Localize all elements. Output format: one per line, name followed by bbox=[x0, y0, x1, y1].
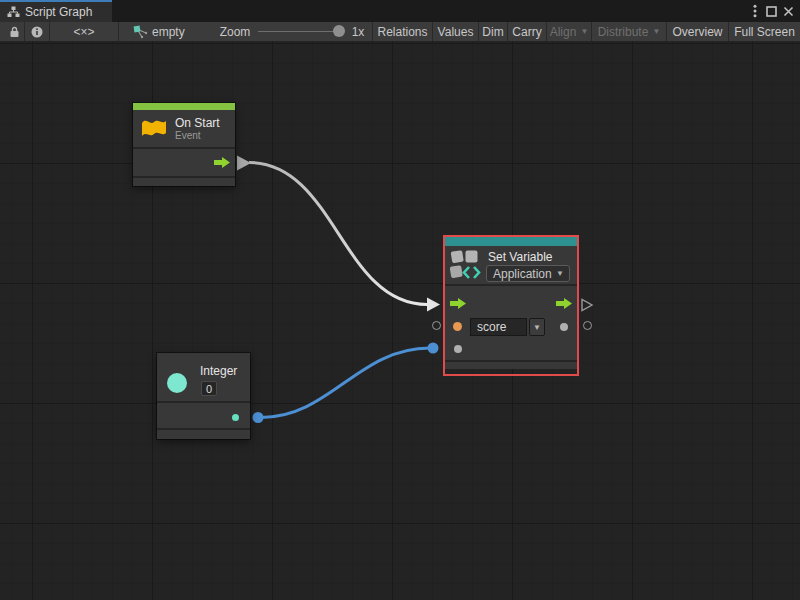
value-wire-start-dot bbox=[253, 412, 264, 423]
toolbar-button-relations[interactable]: Relations bbox=[372, 22, 432, 41]
zoom-slider-track[interactable] bbox=[258, 31, 342, 32]
node-set-variable[interactable]: Set Variable Application ▼ score ▼ bbox=[445, 237, 577, 369]
chevron-down-icon: ▼ bbox=[556, 269, 564, 278]
toolbar-button-label: Full Screen bbox=[734, 25, 795, 39]
tab-bar: Script Graph bbox=[0, 0, 800, 22]
node-footer bbox=[445, 360, 577, 369]
input-value-port[interactable] bbox=[454, 345, 462, 353]
kebab-menu-icon bbox=[753, 4, 757, 18]
variable-scope-dropdown[interactable]: Application ▼ bbox=[486, 265, 570, 282]
graph-icon bbox=[7, 6, 20, 18]
chevron-down-icon: ▼ bbox=[580, 27, 588, 36]
maximize-button[interactable] bbox=[763, 0, 780, 22]
flag-icon bbox=[141, 118, 167, 140]
toolbar-button-distribute[interactable]: Distribute▼ bbox=[591, 22, 666, 41]
code-icon: <×> bbox=[73, 25, 94, 39]
node-title: On Start bbox=[175, 116, 220, 130]
node-footer bbox=[133, 176, 235, 186]
variable-name-value: score bbox=[477, 320, 506, 334]
chevron-down-icon: ▼ bbox=[533, 323, 541, 332]
toolbar-button-dim[interactable]: Dim bbox=[478, 22, 507, 41]
toolbar-buttons: RelationsValuesDimCarryAlign▼Distribute▼… bbox=[372, 22, 800, 41]
value-input-connector[interactable] bbox=[432, 321, 441, 330]
zoom-label: Zoom bbox=[215, 22, 255, 41]
lock-icon bbox=[9, 26, 20, 38]
variable-scope-value: Application bbox=[493, 267, 552, 281]
graph-breadcrumb[interactable]: empty bbox=[152, 22, 192, 41]
variable-name-port[interactable] bbox=[453, 322, 462, 331]
toolbar-button-label: Carry bbox=[512, 25, 541, 39]
toolbar-button-label: Relations bbox=[377, 25, 427, 39]
variables-icon bbox=[449, 248, 483, 282]
integer-value-field[interactable]: 0 bbox=[201, 381, 217, 396]
value-wire[interactable] bbox=[261, 348, 430, 418]
graph-breadcrumb-icon bbox=[133, 25, 148, 39]
integer-output-port[interactable] bbox=[232, 414, 239, 421]
graph-breadcrumb-icon-wrap bbox=[132, 22, 148, 41]
toolbar-button-overview[interactable]: Overview bbox=[666, 22, 728, 41]
zoom-value: 1x bbox=[348, 22, 368, 41]
code-view-button[interactable]: <×> bbox=[50, 22, 118, 41]
info-button[interactable] bbox=[25, 22, 49, 41]
chevron-down-icon: ▼ bbox=[652, 27, 660, 36]
tab-script-graph[interactable]: Script Graph bbox=[0, 0, 112, 22]
zoom-slider-knob[interactable] bbox=[333, 25, 345, 37]
exec-wire-end-arrow bbox=[427, 298, 440, 312]
toolbar-button-label: Overview bbox=[672, 25, 722, 39]
node-subtitle: Event bbox=[175, 130, 220, 141]
exec-output-port[interactable] bbox=[556, 298, 572, 309]
close-button[interactable] bbox=[780, 0, 797, 22]
node-footer bbox=[157, 428, 250, 439]
toolbar-button-values[interactable]: Values bbox=[432, 22, 478, 41]
toolbar-button-label: Align bbox=[550, 25, 577, 39]
value-wire-end-dot bbox=[428, 343, 439, 354]
window-menu-button[interactable] bbox=[746, 0, 763, 22]
wires-layer bbox=[0, 41, 800, 600]
variable-name-dropdown-button[interactable]: ▼ bbox=[529, 318, 545, 336]
toolbar-button-label: Distribute bbox=[598, 25, 649, 39]
exec-output-port[interactable] bbox=[214, 157, 230, 168]
exec-wire-start-arrow bbox=[237, 156, 251, 171]
exec-wire[interactable] bbox=[249, 163, 427, 305]
node-title: Set Variable bbox=[488, 250, 552, 264]
lock-button[interactable] bbox=[4, 22, 24, 41]
value-output-connector[interactable] bbox=[583, 321, 592, 330]
close-icon bbox=[783, 6, 794, 17]
node-integer[interactable]: Integer 0 bbox=[157, 353, 250, 439]
info-icon bbox=[31, 26, 43, 38]
integer-value: 0 bbox=[206, 383, 212, 395]
set-variable-accent-strip bbox=[445, 237, 577, 246]
graph-toolbar: <×> empty Zoom 1x RelationsValuesDimCarr… bbox=[0, 22, 800, 41]
integer-icon bbox=[167, 373, 187, 393]
node-set-variable-selection: Set Variable Application ▼ score ▼ bbox=[443, 235, 579, 376]
toolbar-button-align[interactable]: Align▼ bbox=[546, 22, 591, 41]
graph-canvas[interactable]: On Start Event Set Variable bbox=[0, 41, 800, 600]
toolbar-button-full-screen[interactable]: Full Screen bbox=[728, 22, 800, 41]
toolbar-button-label: Dim bbox=[482, 25, 503, 39]
variable-name-input[interactable]: score bbox=[470, 318, 527, 336]
node-title: Integer bbox=[200, 364, 237, 378]
toolbar-button-label: Values bbox=[438, 25, 474, 39]
on-start-accent-strip bbox=[133, 103, 235, 110]
exec-input-port[interactable] bbox=[450, 298, 466, 309]
tab-title: Script Graph bbox=[25, 5, 92, 19]
output-value-port[interactable] bbox=[560, 323, 568, 331]
exec-output-connector[interactable] bbox=[580, 298, 594, 312]
node-on-start[interactable]: On Start Event bbox=[133, 103, 235, 186]
maximize-icon bbox=[766, 6, 777, 17]
toolbar-button-carry[interactable]: Carry bbox=[507, 22, 546, 41]
